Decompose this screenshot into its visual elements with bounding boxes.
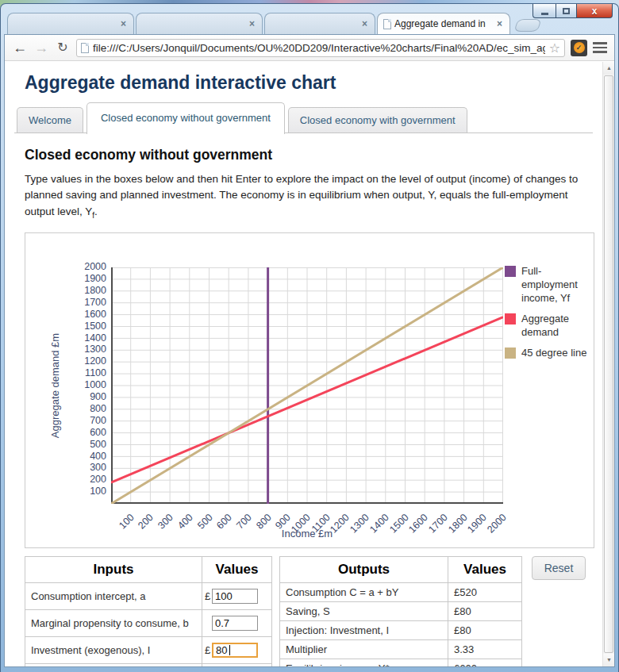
x-axis-title: Income £m: [111, 528, 503, 540]
page-title: Aggregate demand interactive chart: [25, 72, 602, 94]
table-row: Saving, S £80: [280, 602, 522, 621]
y-tick-label: 1700: [71, 297, 106, 308]
back-icon[interactable]: ←: [12, 40, 28, 55]
page-favicon-icon: [383, 19, 391, 29]
url-bar[interactable]: file:///C:/Users/Jonquil/Documents/OU%20…: [76, 39, 565, 57]
table-row: Marginal propensity to consume, b: [25, 610, 272, 637]
page-content: Aggregate demand interactive chart Welco…: [5, 62, 614, 666]
y-tick-label: 1400: [71, 332, 106, 344]
browser-tab[interactable]: ×: [7, 13, 134, 34]
y-tick-label: 2000: [71, 261, 106, 272]
reset-button[interactable]: Reset: [532, 556, 586, 580]
table-row: Full employment target, Yf £: [25, 664, 272, 666]
y-tick-label: 400: [71, 451, 106, 462]
tab-close-icon[interactable]: ×: [248, 18, 256, 29]
y-tick-label: 1100: [71, 367, 106, 378]
legend-label: Full-employment income, Yf: [521, 265, 592, 305]
legend-swatch-icon: [505, 266, 516, 277]
reload-icon[interactable]: ↻: [55, 41, 71, 54]
table-row: Consumption intercept, a £: [25, 583, 272, 610]
maximize-button[interactable]: [556, 4, 577, 18]
section-heading: Closed economy without government: [25, 147, 602, 163]
tab-close-icon[interactable]: ×: [360, 18, 369, 29]
output-value: £80: [448, 602, 522, 621]
page-tabs: Welcome Closed economy without governmen…: [14, 102, 593, 133]
description: Type values in the boxes below and then …: [25, 171, 580, 221]
y-tick-label: 800: [71, 403, 106, 414]
tab-close-icon[interactable]: ×: [495, 18, 504, 29]
y-tick-label: 1900: [71, 273, 106, 284]
minimize-icon: [541, 13, 548, 15]
y-tick-label: 1800: [71, 285, 106, 296]
y-tick-label: 600: [71, 427, 106, 438]
plot-area: [111, 267, 503, 504]
output-value: 3.33: [448, 640, 522, 659]
tab-closed-economy-without-government[interactable]: Closed economy without government: [87, 102, 285, 134]
browser-window: x × × × Aggregate demand in × ← → ↻ file…: [0, 3, 619, 672]
legend-item: Full-employment income, Yf: [505, 265, 592, 305]
browser-toolbar: ← → ↻ file:///C:/Users/Jonquil/Documents…: [5, 35, 614, 61]
browser-tab[interactable]: ×: [136, 13, 263, 34]
legend-label: Aggregate demand: [521, 313, 592, 340]
tab-closed-economy-with-government[interactable]: Closed economy with government: [288, 107, 467, 132]
legend-swatch-icon: [505, 313, 516, 324]
output-value: £600: [448, 659, 522, 666]
browser-tabstrip: × × × Aggregate demand in ×: [1, 4, 618, 34]
outputs-values-header: Values: [448, 557, 522, 583]
y-axis-title: Aggregate demand £m: [49, 333, 61, 438]
y-tick-label: 1600: [71, 309, 106, 320]
y-tick-label: 1500: [71, 321, 106, 332]
consumption-intercept-field[interactable]: [212, 589, 258, 604]
output-value: £80: [448, 621, 522, 640]
y-tick-label: 1000: [71, 379, 106, 390]
y-tick-label: 100: [71, 486, 106, 497]
new-tab-button[interactable]: [513, 19, 541, 32]
inputs-values-header: Values: [202, 557, 272, 583]
legend-label: 45 degree line: [521, 347, 586, 360]
tab-welcome[interactable]: Welcome: [17, 107, 83, 132]
chart: Aggregate demand £m 10020030040050060070…: [25, 232, 594, 548]
maximize-icon: [563, 8, 570, 14]
table-row: Equilibrium income, Y* £600: [280, 659, 522, 666]
table-row: Consumption C = a + bY £520: [280, 583, 522, 602]
window-controls: x: [532, 4, 613, 18]
inputs-header: Inputs: [25, 557, 202, 583]
y-tick-label: 700: [71, 415, 106, 426]
table-row: Multiplier 3.33: [280, 640, 522, 659]
scrollbar[interactable]: ▲ ▼: [602, 62, 614, 666]
investment-field[interactable]: [212, 643, 258, 658]
tab-title: Aggregate demand in: [394, 18, 492, 29]
inputs-table: Inputs Values Consumption intercept, a £…: [25, 556, 272, 666]
table-row: Investment (exogenous), I £: [25, 637, 272, 664]
browser-tab-active[interactable]: Aggregate demand in ×: [377, 13, 510, 34]
browser-body: ← → ↻ file:///C:/Users/Jonquil/Documents…: [4, 34, 615, 667]
y-tick-label: 1200: [71, 355, 106, 367]
y-tick-label: 500: [71, 439, 106, 450]
forward-icon[interactable]: →: [33, 40, 49, 55]
extension-icon[interactable]: ✓: [571, 40, 587, 56]
outputs-table: Outputs Values Consumption C = a + bY £5…: [279, 556, 522, 666]
legend-swatch-icon: [505, 348, 516, 359]
marginal-propensity-field[interactable]: [212, 616, 258, 631]
y-tick-label: 900: [71, 391, 106, 402]
close-window-button[interactable]: x: [577, 4, 613, 18]
legend-item: 45 degree line: [505, 347, 592, 360]
bookmark-star-icon[interactable]: ☆: [549, 40, 560, 56]
url-text[interactable]: file:///C:/Users/Jonquil/Documents/OU%20…: [93, 42, 545, 54]
minimize-button[interactable]: [532, 4, 556, 18]
y-tick-label: 300: [71, 462, 106, 473]
scroll-up-icon[interactable]: ▲: [603, 62, 614, 75]
y-tick-label: 200: [71, 474, 106, 485]
scrollbar-thumb[interactable]: [604, 75, 613, 653]
y-tick-label: 1300: [71, 344, 106, 355]
scroll-down-icon[interactable]: ▼: [603, 654, 614, 666]
legend-item: Aggregate demand: [505, 313, 592, 340]
output-value: £520: [448, 583, 522, 602]
menu-icon[interactable]: [593, 42, 607, 53]
chart-legend: Full-employment income, YfAggregate dema…: [505, 265, 592, 367]
browser-tab[interactable]: ×: [264, 13, 375, 34]
page-icon: [81, 43, 89, 53]
table-row: Injection: Investment, I £80: [280, 621, 522, 640]
outputs-header: Outputs: [280, 557, 448, 583]
tab-close-icon[interactable]: ×: [119, 18, 128, 29]
